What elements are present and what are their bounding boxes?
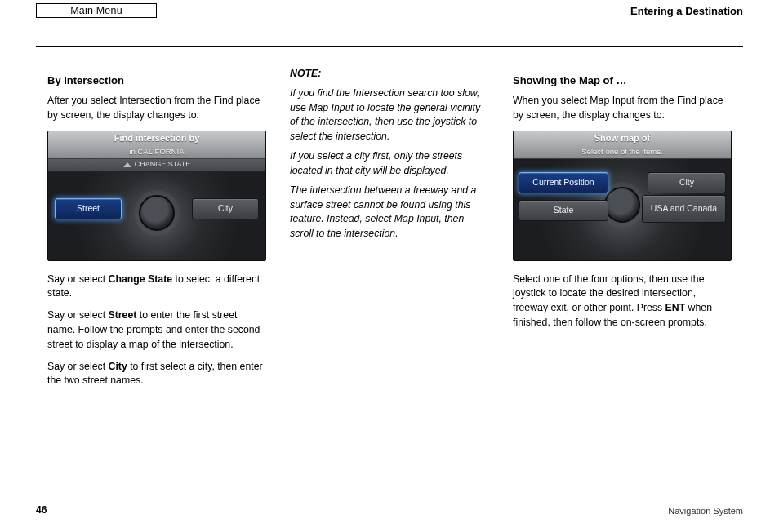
city-button-b[interactable]: City: [648, 172, 726, 193]
device-titlebar-b: Show map of Select one of the items.: [514, 131, 731, 159]
dial-icon: [139, 195, 175, 231]
usa-canada-button[interactable]: USA and Canada: [642, 195, 726, 223]
col-right: Showing the Map of … When you select Map…: [501, 57, 743, 486]
heading-intersection: By Intersection: [47, 73, 266, 89]
col1-p3: Say or select City to first select a cit…: [47, 360, 266, 389]
t-b: Change State: [109, 273, 173, 285]
page-number: 46: [36, 504, 47, 516]
t: Say or select: [47, 361, 109, 372]
t: Say or select: [47, 273, 109, 285]
device-titlebar: Find intersection by in CALIFORNIA: [48, 131, 265, 159]
top-row: Main Menu Entering a Destination: [36, 3, 743, 20]
triangle-up-icon: [123, 162, 131, 167]
city-button[interactable]: City: [192, 198, 259, 219]
t-b: City: [109, 361, 127, 372]
t: Say or select: [47, 309, 109, 321]
note-1: If you find the Intersection search too …: [290, 86, 489, 144]
page-title: Entering a Destination: [630, 5, 743, 17]
t-b: ENT: [665, 302, 686, 313]
t-b: Street: [109, 309, 137, 321]
col1-intro: After you select Intersection from the F…: [47, 94, 266, 123]
device-title-b1: Show map of: [594, 132, 650, 145]
change-state-label: CHANGE STATE: [135, 159, 191, 170]
rule-top: [36, 46, 743, 47]
col-left: By Intersection After you select Interse…: [36, 57, 278, 486]
dial-icon-b: [604, 187, 640, 223]
device-show-map: Show map of Select one of the items. Cur…: [513, 131, 732, 261]
current-position-button[interactable]: Current Position: [519, 172, 608, 193]
footer-text: Navigation System: [668, 506, 743, 516]
col3-p1: Select one of the four options, then use…: [513, 273, 732, 330]
device-subtitle-b: Select one of the items.: [581, 146, 662, 157]
main-menu-box[interactable]: Main Menu: [36, 3, 157, 18]
change-state-bar[interactable]: CHANGE STATE: [48, 159, 265, 172]
col1-p1: Say or select Change State to select a d…: [47, 273, 266, 302]
main-menu-label: Main Menu: [70, 5, 122, 16]
heading-showmap: Showing the Map of …: [513, 73, 732, 89]
device-find-intersection: Find intersection by in CALIFORNIA CHANG…: [47, 131, 266, 261]
street-button[interactable]: Street: [55, 198, 122, 219]
device-body-b: Current Position City State USA and Cana…: [514, 159, 731, 260]
device-title-1: Find intersection by: [114, 132, 200, 145]
columns: By Intersection After you select Interse…: [36, 57, 743, 486]
device-title-2: in CALIFORNIA: [129, 146, 184, 157]
note-block: NOTE: If you find the Intersection searc…: [290, 67, 489, 242]
note-3: The intersection between a freeway and a…: [290, 184, 489, 242]
note-2: If you select a city first, only the str…: [290, 149, 489, 179]
col3-intro: When you select Map Input from the Find …: [513, 94, 732, 123]
note-label: NOTE:: [290, 68, 321, 79]
col-middle: NOTE: If you find the Intersection searc…: [278, 57, 501, 486]
device-body: Street City: [48, 172, 265, 260]
col1-p2: Say or select Street to enter the first …: [47, 308, 266, 352]
state-button[interactable]: State: [519, 200, 608, 221]
